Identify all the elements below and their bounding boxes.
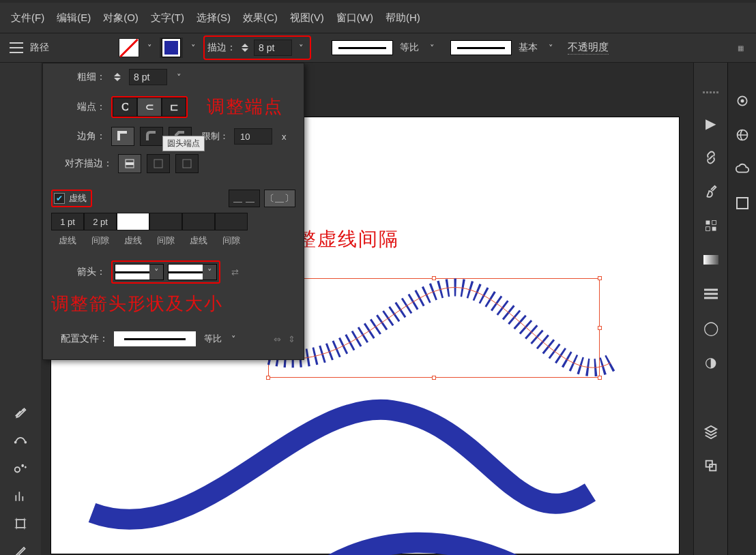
gap-field-2[interactable] [149,213,182,230]
stroke-weight-group: 描边： 8 pt ˅ [203,35,311,60]
gap-field-1[interactable]: 2 pt [84,213,117,230]
stroke-weight-dropdown[interactable]: ˅ [295,38,307,57]
annotation-arrowheads: 调整箭头形状及大小 [51,292,223,316]
swatches-panel-icon[interactable] [701,216,721,235]
dashed-path[interactable] [256,267,624,404]
dash-align-mode: ⸏ ⸏ 〔⸏〕 [229,190,295,207]
corner-miter-button[interactable] [111,127,134,146]
opacity-label[interactable]: 不透明度 [568,41,609,55]
align-center-button[interactable] [118,154,141,173]
brush-profile[interactable] [450,40,512,55]
stroke-weight-field[interactable]: 8 pt [254,40,292,56]
blend-tool-icon[interactable] [10,432,31,447]
hamburger-icon[interactable] [10,42,23,53]
dash-gap-labels: 虚线 间隙 虚线 间隙 虚线 间隙 [51,235,248,247]
brush-profile-dropdown[interactable]: ˅ [544,38,557,57]
weight-stepper[interactable] [111,69,123,85]
arrowhead-end-select[interactable]: ˅ [168,264,217,280]
flip-vertical-icon[interactable]: ⇕ [288,334,295,344]
libraries-panel-icon[interactable] [733,125,752,145]
limit-field[interactable]: 10 [234,128,272,145]
dash-field-3[interactable] [182,213,215,230]
width-profile-1[interactable] [332,40,393,55]
swap-arrowheads-icon[interactable]: ⇄ [226,263,244,281]
artboard-tool-icon[interactable] [10,517,31,530]
width-profile-1-dropdown[interactable]: ˅ [426,38,438,57]
dashed-line-checkbox[interactable]: ✔ [54,193,65,204]
cap-butt-button[interactable]: Ⅽ [113,97,137,117]
control-bar-extras-icon[interactable]: ▦ [738,44,756,52]
transparency-panel-icon[interactable]: ◯ [701,318,721,338]
eyedropper-tool-icon[interactable] [10,404,31,419]
svg-rect-10 [706,227,710,231]
menu-edit[interactable]: 编辑(E) [57,12,91,25]
dash-sub-label: 虚线 [117,235,149,247]
corner-round-button[interactable] [140,127,163,146]
svg-point-1 [25,441,27,444]
artboards-panel-icon[interactable] [701,456,721,475]
dash-field-2[interactable] [117,213,149,230]
canvas[interactable]: × 调整虚线间隔 [41,63,693,555]
menu-effect[interactable]: 效果(C) [243,12,278,25]
play-icon[interactable]: ▶ [701,114,721,133]
stroke-dropdown[interactable]: ˅ [187,38,199,57]
menu-select[interactable]: 选择(S) [197,12,231,25]
menu-help[interactable]: 帮助(H) [386,12,420,25]
link-icon[interactable] [701,148,721,167]
dash-preserve-button[interactable]: ⸏ ⸏ [229,190,260,207]
corner-label: 边角： [51,130,106,142]
limit-unit: x [282,132,287,142]
control-bar: 路径 ˅ ˅ 描边： 8 pt ˅ 等比 ˅ 基本 ˅ 不透明度 ▦ [0,33,756,63]
dash-align-button[interactable]: 〔⸏〕 [264,190,295,207]
svg-point-0 [14,441,17,444]
dash-sub-label: 间隙 [149,235,182,247]
brush-panel-icon[interactable] [701,182,721,201]
weight-field[interactable]: 8 pt [129,69,167,85]
menu-window[interactable]: 窗口(W) [336,12,373,25]
graph-tool-icon[interactable] [10,490,31,503]
slice-tool-icon[interactable] [10,544,31,555]
brush-profile-label: 基本 [519,42,538,54]
menu-file[interactable]: 文件(F) [11,12,44,25]
selection-mode-label: 路径 [30,42,49,54]
arrowhead-selectors: ˅ ˅ [111,260,220,284]
cap-label: 端点： [51,101,106,113]
cc-libraries-icon[interactable] [733,160,752,179]
layers-panel-icon[interactable] [701,422,721,441]
panel-drag-handle[interactable] [701,91,721,93]
symbol-sprayer-tool-icon[interactable] [10,461,31,476]
color-panel-icon[interactable] [733,194,752,213]
fill-dropdown[interactable]: ˅ [143,38,156,57]
svg-rect-9 [712,221,716,225]
cap-round-button[interactable]: ⊂ [137,97,162,117]
arrowhead-start-select[interactable]: ˅ [115,264,164,280]
profile-label: 配置文件： [51,333,108,345]
svg-rect-7 [183,160,191,168]
stroke-swatch[interactable] [162,39,180,57]
dashed-line-checkbox-group: ✔ 虚线 [51,190,92,207]
weight-dropdown[interactable]: ˅ [173,68,185,87]
align-inside-button[interactable] [147,154,170,173]
solid-path-2[interactable] [283,526,570,555]
cap-projecting-button[interactable]: ⊏ [162,97,186,117]
stroke-panel-icon[interactable] [701,284,721,303]
menu-view[interactable]: 视图(V) [290,12,324,25]
profile-select[interactable] [114,331,196,346]
gradient-panel-icon[interactable] [701,250,721,269]
dash-field-1[interactable]: 1 pt [51,213,84,230]
profile-dropdown[interactable]: ˅ [227,329,239,348]
menu-object[interactable]: 对象(O) [103,12,139,25]
stroke-weight-stepper[interactable] [239,40,251,56]
svg-point-19 [740,100,744,103]
svg-rect-4 [126,162,134,165]
flip-horizontal-icon[interactable]: ⇔ [274,334,281,344]
fill-swatch[interactable] [119,38,139,57]
menu-type[interactable]: 文字(T) [151,12,184,25]
appearance-panel-icon[interactable]: ◑ [701,352,721,372]
stroke-weight-label: 描边： [207,42,236,54]
align-outside-button[interactable] [175,154,199,173]
annotation-cap: 调整端点 [207,95,283,119]
right-outer-strip [727,63,756,555]
gap-field-3[interactable] [215,213,248,230]
properties-panel-icon[interactable] [733,91,752,110]
